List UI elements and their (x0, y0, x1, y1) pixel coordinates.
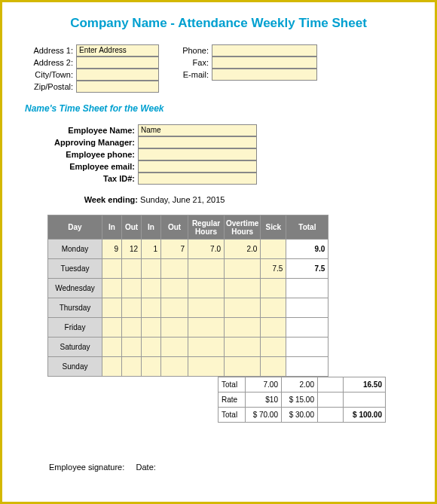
section-subhead: Name's Time Sheet for the Week (25, 103, 412, 114)
in1-cell[interactable] (102, 259, 122, 279)
out1-cell[interactable] (122, 318, 142, 338)
in1-cell[interactable] (102, 298, 122, 318)
in1-cell[interactable] (102, 357, 122, 377)
timesheet-document: Company Name - Attendance Weekly Time Sh… (0, 0, 437, 504)
regular-cell[interactable] (188, 357, 225, 377)
regular-cell[interactable] (188, 338, 225, 357)
timesheet-table: Day In Out In Out Regular Hours Overtime… (47, 215, 329, 377)
day-cell: Thursday (48, 298, 102, 318)
out1-cell[interactable] (122, 298, 142, 318)
sick-cell[interactable] (261, 357, 286, 377)
out1-cell[interactable] (122, 279, 142, 298)
approving-manager-input[interactable] (138, 136, 257, 148)
employee-name-input[interactable]: Name (138, 124, 257, 136)
employee-email-label: Employee email: (25, 160, 138, 173)
employee-phone-input[interactable] (138, 148, 257, 160)
summary-pay-label: Total (218, 408, 246, 423)
summary-pay-total: $ 100.00 (344, 408, 386, 423)
out1-cell[interactable]: 12 (122, 240, 142, 259)
day-cell: Wednesday (48, 279, 102, 298)
col-out1: Out (122, 215, 142, 240)
row-total-cell: 9.0 (286, 240, 329, 259)
summary-pay-overtime: $ 30.00 (282, 408, 318, 423)
employee-signature-label: Employee signature: (49, 463, 124, 472)
fax-label: Fax: (174, 57, 212, 69)
summary-pay-regular: $ 70.00 (246, 408, 282, 423)
summary-rate-regular: $10 (246, 393, 282, 408)
zip-input[interactable] (76, 81, 159, 93)
day-cell: Tuesday (48, 259, 102, 279)
company-info-block: Address 1: Address 2: City/Town: Zip/Pos… (25, 44, 412, 93)
day-cell: Sunday (48, 357, 102, 377)
tax-id-input[interactable] (138, 173, 257, 185)
overtime-cell[interactable] (225, 318, 261, 338)
out1-cell[interactable] (122, 357, 142, 377)
phone-input[interactable] (212, 44, 317, 57)
summary-rate-overtime: $ 15.00 (282, 393, 318, 408)
address1-input[interactable]: Enter Address (76, 44, 159, 57)
out1-cell[interactable] (122, 338, 142, 357)
in2-cell[interactable] (142, 357, 161, 377)
out2-cell[interactable] (161, 259, 188, 279)
employee-email-input[interactable] (138, 160, 257, 173)
table-row: Wednesday (48, 279, 329, 298)
table-row: Tuesday7.57.5 (48, 259, 329, 279)
in2-cell[interactable]: 1 (142, 240, 161, 259)
table-row: Sunday (48, 357, 329, 377)
sick-cell[interactable] (261, 240, 286, 259)
in2-cell[interactable] (142, 318, 161, 338)
overtime-cell[interactable] (225, 279, 261, 298)
in1-cell[interactable] (102, 279, 122, 298)
out2-cell[interactable] (161, 318, 188, 338)
table-row: Friday (48, 318, 329, 338)
col-in1: In (102, 215, 122, 240)
sick-cell[interactable] (261, 279, 286, 298)
in2-cell[interactable] (142, 279, 161, 298)
week-ending-value: Sunday, June 21, 2015 (140, 195, 225, 204)
regular-cell[interactable] (188, 298, 225, 318)
sick-cell[interactable]: 7.5 (261, 259, 286, 279)
day-cell: Saturday (48, 338, 102, 357)
in1-cell[interactable] (102, 338, 122, 357)
overtime-cell[interactable] (225, 259, 261, 279)
out2-cell[interactable]: 7 (161, 240, 188, 259)
in1-cell[interactable]: 9 (102, 240, 122, 259)
employee-phone-label: Employee phone: (25, 148, 138, 160)
regular-cell[interactable] (188, 279, 225, 298)
fax-input[interactable] (212, 57, 317, 69)
out2-cell[interactable] (161, 357, 188, 377)
tax-id-label: Tax ID#: (25, 173, 138, 185)
out2-cell[interactable] (161, 298, 188, 318)
in2-cell[interactable] (142, 259, 161, 279)
col-overtime: Overtime Hours (225, 215, 261, 240)
sick-cell[interactable] (261, 298, 286, 318)
table-row: Thursday (48, 298, 329, 318)
out2-cell[interactable] (161, 279, 188, 298)
row-total-cell (286, 279, 329, 298)
overtime-cell[interactable] (225, 298, 261, 318)
col-sick: Sick (261, 215, 286, 240)
regular-cell[interactable] (188, 318, 225, 338)
overtime-cell[interactable]: 2.0 (225, 240, 261, 259)
summary-total-label: Total (218, 377, 246, 393)
zip-label: Zip/Postal: (25, 81, 76, 93)
summary-table: Total 7.00 2.00 16.50 Rate $10 $ 15.00 T… (218, 377, 386, 423)
out2-cell[interactable] (161, 338, 188, 357)
sick-cell[interactable] (261, 318, 286, 338)
out1-cell[interactable] (122, 259, 142, 279)
in2-cell[interactable] (142, 298, 161, 318)
email-input[interactable] (212, 69, 317, 81)
overtime-cell[interactable] (225, 357, 261, 377)
sick-cell[interactable] (261, 338, 286, 357)
in2-cell[interactable] (142, 338, 161, 357)
city-input[interactable] (76, 69, 159, 81)
address2-input[interactable] (76, 57, 159, 69)
table-row: Saturday (48, 338, 329, 357)
regular-cell[interactable] (188, 259, 225, 279)
col-regular: Regular Hours (188, 215, 225, 240)
row-total-cell (286, 338, 329, 357)
in1-cell[interactable] (102, 318, 122, 338)
phone-label: Phone: (174, 44, 212, 57)
overtime-cell[interactable] (225, 338, 261, 357)
regular-cell[interactable]: 7.0 (188, 240, 225, 259)
